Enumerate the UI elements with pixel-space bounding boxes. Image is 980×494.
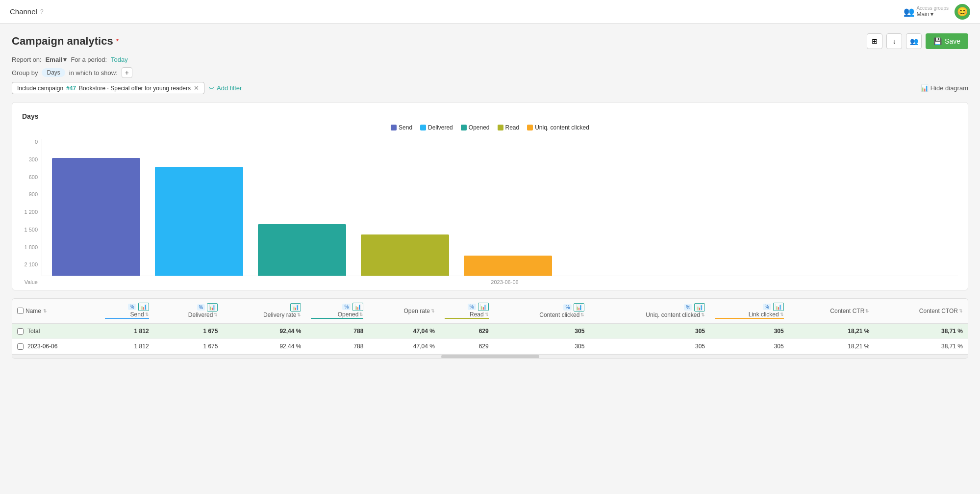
page-title: Campaign analytics — [12, 35, 113, 48]
read-sort[interactable]: ⇅ — [485, 312, 489, 317]
users-icon: 👥 — [904, 6, 914, 17]
content-clicked-percent-badge[interactable]: % — [563, 304, 572, 311]
col-header-send: % 📊 Send ⇅ — [100, 299, 154, 323]
y-label-300: 300 — [22, 156, 38, 162]
content-clicked-chart-icon[interactable]: 📊 — [574, 303, 584, 312]
required-star: * — [116, 37, 119, 45]
col-header-delivered: % 📊 Delivered ⇅ — [154, 299, 223, 323]
link-clicked-sort[interactable]: ⇅ — [780, 312, 784, 317]
avatar[interactable]: 😊 — [955, 4, 970, 20]
chart-y-axis: Value 2 100 1 800 1 500 1 200 900 600 30… — [22, 139, 42, 285]
content-ctr-sort[interactable]: ⇅ — [865, 309, 869, 313]
download-button[interactable]: ↓ — [886, 33, 902, 49]
send-chart-icon[interactable]: 📊 — [138, 303, 149, 311]
legend-delivered: Delivered — [420, 124, 453, 131]
bar-opened — [258, 224, 346, 276]
chart-icon: 📊 — [921, 84, 929, 92]
row-link-clicked-cell: 305 — [710, 339, 789, 354]
legend-read: Read — [498, 124, 520, 131]
controls-row-1: Report on: Email ▾ For a period: Today — [12, 56, 968, 63]
row-checkbox[interactable] — [17, 343, 24, 350]
y-label-1200: 1 200 — [22, 209, 38, 215]
bar-send — [52, 158, 140, 276]
read-col-label: Read — [470, 311, 484, 318]
uniq-content-sort[interactable]: ⇅ — [701, 312, 705, 317]
add-filter-button[interactable]: ⧟ Add filter — [208, 84, 242, 92]
legend-delivered-dot — [420, 125, 426, 130]
table-view-button[interactable]: ⊞ — [867, 33, 882, 49]
read-chart-icon[interactable]: 📊 — [478, 303, 489, 311]
col-header-uniq-content: % 📊 Uniq. content clicked ⇅ — [589, 299, 710, 323]
legend-uniq-label: Uniq. content clicked — [535, 124, 589, 131]
table-row: 2023-06-06 1 812 1 675 92,44 % 788 47,04… — [12, 339, 968, 354]
send-percent-badge[interactable]: % — [128, 304, 136, 310]
total-content-clicked-cell: 305 — [494, 323, 590, 339]
header-actions: ⊞ ↓ 👥 💾 Save — [867, 33, 968, 49]
send-col-label: Send — [130, 311, 144, 318]
link-clicked-percent-badge[interactable]: % — [763, 304, 771, 310]
legend-uniq-content: Uniq. content clicked — [527, 124, 589, 131]
legend-send-label: Send — [399, 124, 412, 131]
remove-filter-button[interactable]: ✕ — [194, 84, 199, 92]
col-header-content-ctr: Content CTR ⇅ — [789, 299, 875, 323]
legend-send: Send — [391, 124, 412, 131]
channel-info-icon[interactable]: ? — [40, 8, 44, 15]
add-group-button[interactable]: + — [122, 67, 132, 78]
content-ctor-col-label: Content CTOR — [919, 308, 958, 314]
row-content-ctr-cell: 18,21 % — [789, 339, 875, 354]
tag-campaign-name: Bookstore · Special offer for young read… — [79, 85, 191, 92]
y-label-1500: 1 500 — [22, 227, 38, 233]
content-clicked-sort[interactable]: ⇅ — [580, 312, 584, 317]
opened-sort[interactable]: ⇅ — [359, 312, 363, 317]
chart-container: Days Send Delivered Opened Read Uniq. co… — [12, 102, 968, 290]
delivered-chart-icon[interactable]: 📊 — [207, 303, 218, 312]
opened-percent-badge[interactable]: % — [342, 304, 351, 310]
main-content: Campaign analytics * ⊞ ↓ 👥 💾 Save Report… — [0, 24, 980, 368]
total-opened-cell: 788 — [306, 323, 368, 339]
delivered-sort[interactable]: ⇅ — [214, 312, 218, 317]
content-ctor-sort[interactable]: ⇅ — [959, 309, 963, 313]
hide-diagram-button[interactable]: 📊 Hide diagram — [921, 84, 968, 92]
select-all-checkbox[interactable] — [17, 308, 24, 314]
group-dropdown-arrow[interactable]: ▾ — [930, 11, 933, 18]
save-button[interactable]: 💾 Save — [926, 33, 968, 49]
total-uniq-content-cell: 305 — [589, 323, 710, 339]
delivery-rate-sort[interactable]: ⇅ — [297, 312, 301, 317]
name-sort[interactable]: ⇅ — [43, 309, 47, 313]
delivered-percent-badge[interactable]: % — [197, 304, 205, 311]
link-clicked-chart-icon[interactable]: 📊 — [773, 303, 784, 311]
uniq-content-col-label: Uniq. content clicked — [646, 312, 700, 318]
delivered-col-label: Delivered — [188, 312, 213, 318]
col-header-open-rate: Open rate ⇅ — [368, 299, 440, 323]
report-type-dropdown[interactable]: Email ▾ — [46, 56, 67, 63]
total-delivered-cell: 1 675 — [154, 323, 223, 339]
nav-title-area: Channel ? — [10, 7, 44, 16]
chart-date-label: 2023-06-06 — [42, 279, 958, 285]
total-checkbox[interactable] — [17, 328, 24, 335]
read-percent-badge[interactable]: % — [468, 304, 476, 310]
delivery-rate-chart-icon[interactable]: 📊 — [290, 303, 301, 312]
scrollbar-thumb[interactable] — [441, 355, 539, 359]
chart-title: Days — [22, 112, 958, 120]
uniq-content-percent-badge[interactable]: % — [684, 304, 692, 311]
access-groups-label: Access groups — [916, 5, 949, 11]
share-button[interactable]: 👥 — [906, 33, 922, 49]
in-which-label: in which to show: — [69, 69, 118, 77]
total-content-ctor-cell: 38,71 % — [874, 323, 968, 339]
send-sort[interactable]: ⇅ — [145, 312, 149, 317]
analytics-table: Name ⇅ % 📊 Send ⇅ — [12, 299, 968, 354]
legend-read-label: Read — [505, 124, 520, 131]
y-label-0: 0 — [22, 139, 38, 145]
open-rate-sort[interactable]: ⇅ — [431, 309, 435, 313]
uniq-content-chart-icon[interactable]: 📊 — [694, 303, 705, 312]
opened-chart-icon[interactable]: 📊 — [352, 303, 363, 311]
horizontal-scrollbar[interactable] — [12, 354, 968, 358]
filter-icon: ⧟ — [208, 84, 215, 92]
col-header-read: % 📊 Read ⇅ — [440, 299, 494, 323]
channel-title: Channel — [10, 7, 37, 16]
total-link-clicked-cell: 305 — [710, 323, 789, 339]
dropdown-arrow: ▾ — [63, 56, 67, 63]
period-today-link[interactable]: Today — [111, 56, 128, 63]
days-badge[interactable]: Days — [42, 68, 65, 77]
y-label-value: Value — [22, 279, 38, 285]
